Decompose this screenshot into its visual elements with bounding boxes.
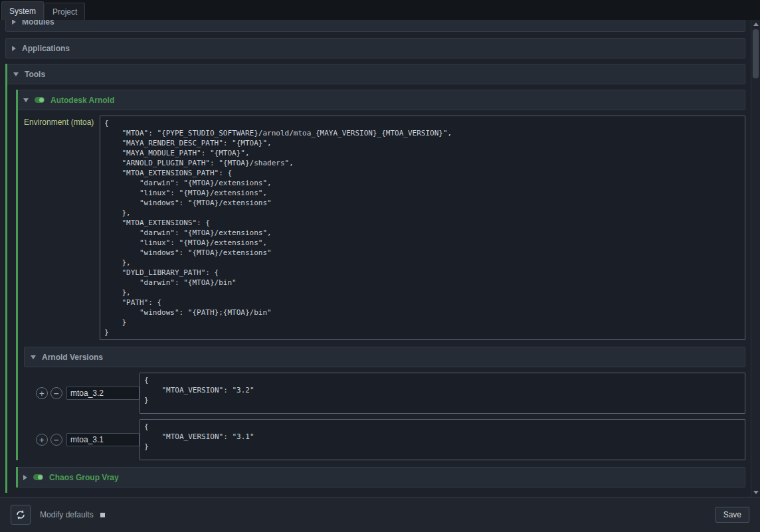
- section-header-arnold-versions[interactable]: Arnold Versions: [24, 347, 745, 367]
- section-title-modules: Modules: [22, 20, 54, 27]
- scrollbar-up-button[interactable]: [751, 20, 760, 29]
- chevron-right-icon: [12, 46, 16, 51]
- remove-version-button[interactable]: [50, 387, 62, 399]
- chevron-down-icon: [13, 72, 19, 76]
- version-row-mtoa-3-1: { "MTOA_VERSION": "3.1" }: [24, 419, 745, 460]
- section-title-arnold-versions: Arnold Versions: [42, 353, 103, 362]
- section-title-applications: Applications: [22, 44, 70, 53]
- version-key-input[interactable]: [66, 433, 140, 446]
- scrollbar-down-button[interactable]: [751, 488, 760, 497]
- version-key-input[interactable]: [66, 387, 140, 400]
- save-button[interactable]: Save: [715, 507, 749, 523]
- settings-content: Modules Applications Tools Autodesk Arno…: [5, 20, 745, 493]
- section-header-modules[interactable]: Modules: [5, 20, 745, 32]
- group-header-arnold[interactable]: Autodesk Arnold: [18, 90, 745, 110]
- remove-version-button[interactable]: [50, 434, 62, 446]
- chevron-right-icon: [23, 475, 27, 480]
- version-json-textarea[interactable]: { "MTOA_VERSION": "3.2" }: [140, 373, 745, 414]
- triangle-up-icon: [753, 23, 759, 26]
- section-tools: Tools Autodesk Arnold Environment (mtoa)…: [5, 64, 745, 493]
- chevron-down-icon: [31, 355, 36, 359]
- modify-defaults-indicator: [100, 513, 105, 517]
- chevron-right-icon: [12, 20, 16, 25]
- section-header-applications[interactable]: Applications: [5, 38, 745, 58]
- tab-system[interactable]: System: [1, 1, 44, 20]
- group-chaos-group-vray: Chaos Group Vray: [16, 467, 745, 488]
- version-json-textarea[interactable]: { "MTOA_VERSION": "3.1" }: [140, 419, 745, 460]
- section-header-tools[interactable]: Tools: [7, 64, 745, 84]
- environment-label: Environment (mtoa): [24, 116, 100, 127]
- tab-project[interactable]: Project: [45, 3, 85, 20]
- version-row-controls: [24, 387, 140, 400]
- version-row-controls: [24, 433, 140, 446]
- group-title-arnold: Autodesk Arnold: [50, 96, 114, 105]
- version-row-mtoa-3-2: { "MTOA_VERSION": "3.2" }: [24, 373, 745, 414]
- add-version-button[interactable]: [36, 387, 48, 399]
- section-title-tools: Tools: [25, 70, 45, 79]
- footer-bar: Modify defaults Save: [0, 497, 760, 532]
- group-autodesk-arnold: Autodesk Arnold Environment (mtoa) { "MT…: [16, 90, 745, 460]
- vertical-scrollbar[interactable]: [751, 20, 760, 497]
- refresh-icon: [15, 509, 26, 520]
- environment-json-textarea[interactable]: { "MTOA": "{PYPE_STUDIO_SOFTWARE}/arnold…: [100, 116, 745, 340]
- main-tabbar: System Project: [0, 0, 760, 20]
- group-title-vray: Chaos Group Vray: [49, 473, 119, 482]
- chevron-down-icon: [23, 98, 29, 102]
- vray-enabled-toggle[interactable]: [33, 474, 43, 480]
- tools-body: Autodesk Arnold Environment (mtoa) { "MT…: [7, 84, 745, 493]
- triangle-down-icon: [753, 491, 759, 494]
- add-version-button[interactable]: [36, 434, 48, 446]
- arnold-enabled-toggle[interactable]: [35, 97, 45, 103]
- modify-defaults-label: Modify defaults: [40, 510, 94, 519]
- refresh-button[interactable]: [11, 505, 31, 525]
- settings-scroll-area: Modules Applications Tools Autodesk Arno…: [0, 20, 751, 497]
- scrollbar-thumb[interactable]: [753, 29, 759, 78]
- environment-row: Environment (mtoa) { "MTOA": "{PYPE_STUD…: [24, 116, 745, 340]
- group-header-vray[interactable]: Chaos Group Vray: [18, 467, 745, 488]
